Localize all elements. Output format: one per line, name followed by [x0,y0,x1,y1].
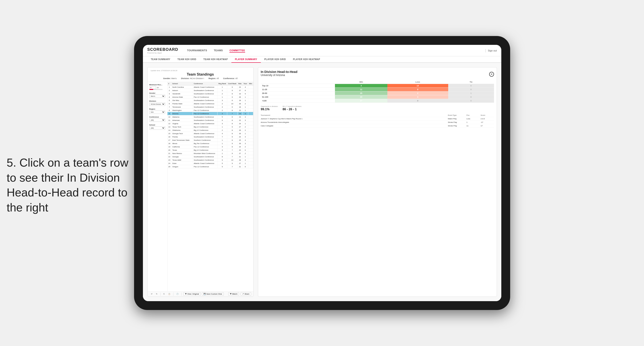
sub-nav-team-h2h-heatmap[interactable]: TEAM H2H HEATMAP [200,56,232,62]
cell-rds: 22 [238,119,242,122]
tournament-row: Arizona Thunderbirds Intercollegiate Str… [261,121,494,124]
cell-rank: 6 [168,102,172,105]
table-row[interactable]: 11 Arkansas Southeastern Conference 6 8 … [168,119,253,122]
table-row[interactable]: 22 Georgia Southeastern Conference 8 7 2… [168,155,253,159]
table-row[interactable]: 1 North Carolina Atlantic Coast Conferen… [168,86,253,89]
nav-divider: | [485,49,486,53]
cell-win [248,112,253,115]
side-controls: Minimum Rou... 20 Gender [148,82,168,291]
table-row[interactable]: 4 Arizona State Pac-12 Conference 1 9 26… [168,95,253,99]
cell-win [248,135,253,139]
cell-conference: Pac-12 Conference [193,109,218,112]
cell-reg-rank: 2 [218,109,227,112]
cell-win [248,142,253,145]
table-panel: Update time: 27/03/2024 16:56:26 Team St… [147,67,254,297]
tour-event-type: Stroke Play [448,121,466,123]
sub-nav-player-h2h-grid[interactable]: PLAYER H2H GRID [261,56,290,62]
h2h-loss: 3 [387,95,448,99]
cell-rds: 25 [238,139,242,142]
top-nav: SCOREBOARD Powered by clippd TOURNAMENTS… [143,45,501,56]
min-rounds-slider[interactable] [149,89,162,90]
score-col: Score [481,114,494,116]
h2h-close-btn[interactable]: ✕ [489,72,494,77]
redo-btn[interactable]: ↻ [155,293,158,295]
h2h-range: >100 [261,99,335,103]
h2h-win: 25 [335,91,387,95]
sub-nav-team-h2h-grid[interactable]: TEAM H2H GRID [174,56,200,62]
division-select[interactable]: NCAA Division I [149,103,165,106]
cell-reg-rank: 6 [218,119,227,122]
table-row[interactable]: 13 Texas Tech Big 12 Conference 1 9 27 2 [168,125,253,129]
cell-tour: 2 [242,125,248,129]
table-row[interactable]: 8 Washington Pac-12 Conference 2 8 23 1 [168,109,253,112]
cell-reg-rank: 4 [218,105,227,109]
region-select[interactable]: N/A [149,111,165,114]
table-row[interactable]: 15 Georgia Tech Atlantic Coast Conferenc… [168,132,253,135]
table-row[interactable]: 7 Tennessee Southeastern Conference 4 6 … [168,105,253,109]
cell-reg-rank: 1 [218,86,227,89]
gender-select[interactable]: Men's [149,95,165,98]
clock-btn[interactable]: 🕐 [175,293,180,295]
undo-btn[interactable]: ↺ [150,293,154,295]
table-row[interactable]: 18 Illinois Big Ten Conference 1 9 26 3 [168,142,253,145]
cell-win [248,129,253,132]
conference-select[interactable]: (All) [149,118,165,122]
school-select[interactable]: (All) [149,126,165,130]
nav-committee[interactable]: COMMITTEE [230,49,245,53]
table-row[interactable]: 14 Oklahoma Big 12 Conference 2 8 26 2 [168,129,253,132]
table-row[interactable]: 10 Alabama Southeastern Conference 5 8 2… [168,115,253,119]
sign-out-link[interactable]: Sign out [488,49,497,52]
cell-rds: 23 [238,109,242,112]
min-rounds-input[interactable] [149,86,156,89]
save-custom-btn[interactable]: 💾 Save Custom View [202,292,224,296]
table-row[interactable]: 9 Arizona Pac-12 Conference 3 7 23 3 [168,112,253,115]
tour-pos: Loss [466,118,480,120]
cell-school: Tennessee [172,105,193,109]
cell-rds: 21 [238,165,242,168]
paste-btn[interactable]: 📋 [167,293,172,295]
tournament-col: Tournament [261,114,447,116]
h2h-col-win: Win [335,80,387,84]
cell-conf-rank: 8 [227,132,238,135]
table-row[interactable]: 19 California Pac-12 Conference 4 8 24 2 [168,145,253,149]
sub-nav-player-h2h-heatmap[interactable]: PLAYER H2H HEATMAP [289,56,324,62]
cell-tour: 2 [242,145,248,149]
sub-nav-player-summary[interactable]: PLAYER SUMMARY [232,56,261,63]
cell-rds: 27 [238,152,242,155]
cell-rds: 23 [238,86,242,89]
cell-win [248,105,253,109]
share-btn[interactable]: ↗ Share [241,292,251,296]
data-table-wrap: # School Conference Reg Rank Conf Rank R… [168,82,253,291]
table-row[interactable]: 21 New Mexico Mountain West Conference 1… [168,152,253,155]
table-row[interactable]: 20 Texas Big 12 Conference 3 7 20 0 [168,149,253,152]
copy-btn[interactable]: ⎘ [162,293,166,295]
watch-btn[interactable]: 👁 Watch [228,292,239,296]
table-row[interactable]: 2 Auburn Southeastern Conference 1 9 27 … [168,89,253,92]
table-row[interactable]: 25 Oregon Pac-12 Conference 5 7 21 0 [168,165,253,168]
table-row[interactable]: 24 Duke Atlantic Coast Conference 5 9 27… [168,162,253,165]
table-row[interactable]: 3 Vanderbilt Southeastern Conference 2 8… [168,92,253,95]
table-row[interactable]: 6 Florida State Atlantic Coast Conferenc… [168,102,253,105]
view-label: View: Original [188,293,199,295]
cell-win [248,165,253,168]
table-row[interactable]: 5 Ole Miss Southeastern Conference 3 6 1… [168,99,253,102]
pos-col: Pos [466,114,480,116]
cell-rds: 24 [238,145,242,149]
cell-conference: Southeastern Conference [193,115,218,119]
cell-tour: 4 [242,159,248,162]
cell-reg-rank: 8 [218,155,227,159]
cell-win [248,132,253,135]
table-row[interactable]: 16 Florida Southeastern Conference 7 9 2… [168,135,253,139]
table-row[interactable]: 17 East Tennessee State Southern Confere… [168,139,253,142]
table-row[interactable]: 23 Texas A&M Southeastern Conference 9 1… [168,159,253,162]
table-row[interactable]: 12 Virginia Atlantic Coast Conference 3 … [168,122,253,125]
opponents-value: 99.1% [261,107,278,111]
view-original-btn[interactable]: 👁 View: Original [184,292,201,296]
h2h-range: 11-25 [261,88,335,91]
bottom-toolbar: ↺ ↻ ⎘ 📋 🕐 👁 View: Original 💾 Save Custom… [148,291,253,297]
nav-tournaments[interactable]: TOURNAMENTS [187,49,207,53]
nav-teams[interactable]: TEAMS [214,49,223,53]
cell-school: Vanderbilt [172,92,193,95]
sub-nav-team-summary[interactable]: TEAM SUMMARY [147,56,174,62]
logo-area: SCOREBOARD Powered by clippd [147,47,178,54]
